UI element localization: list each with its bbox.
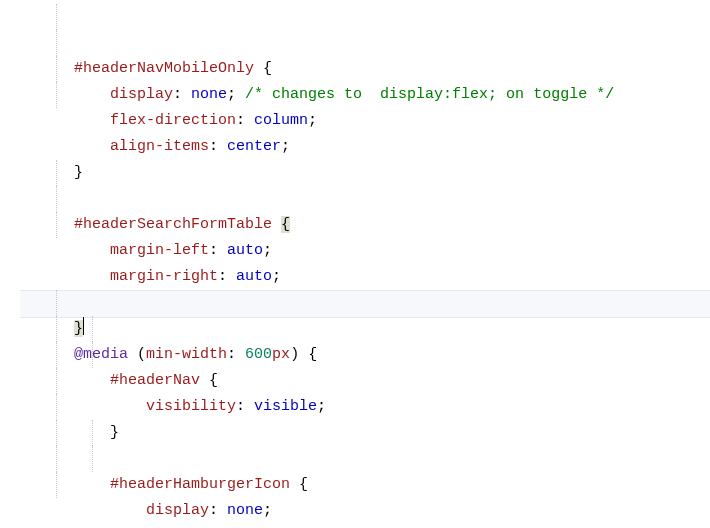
code-line: #headerNavMobileOnly { (20, 4, 710, 30)
code-line: #headerSearchFormTable { (20, 160, 710, 186)
code-editor[interactable]: #headerNavMobileOnly { display: none; /*… (0, 0, 710, 528)
brace-close: } (110, 424, 119, 441)
css-selector: #headerHamburgerIcon (110, 476, 290, 493)
css-selector: #headerNav (110, 372, 200, 389)
brace-close: } (74, 320, 83, 337)
code-line: #headerNav { (20, 316, 710, 342)
brace-open: { (281, 216, 290, 233)
css-property: margin-right (110, 268, 218, 285)
css-property: visibility (146, 398, 236, 415)
css-property: margin-left (110, 242, 209, 259)
at-rule: @media (74, 346, 128, 363)
css-value: column (254, 112, 308, 129)
brace-open: { (290, 476, 308, 493)
css-selector: #headerNavMobileOnly (74, 60, 254, 77)
brace-close: } (74, 164, 83, 181)
css-value: auto (227, 242, 263, 259)
css-property: display (110, 86, 173, 103)
code-line: display: none; /* changes to display:fle… (20, 30, 710, 56)
css-value: none (227, 502, 263, 519)
css-comment: /* changes to display:flex; on toggle */ (245, 86, 614, 103)
number: 600 (245, 346, 272, 363)
css-property: display (146, 502, 209, 519)
css-value: auto (236, 268, 272, 285)
code-line: display: none; (20, 446, 710, 472)
css-property: align-items (110, 138, 209, 155)
css-value: center (227, 138, 281, 155)
code-line: margin-left: auto; (20, 186, 710, 212)
media-feature: min-width (146, 346, 227, 363)
css-value: visible (254, 398, 317, 415)
brace-open: { (299, 346, 317, 363)
code-line: #headerHamburgerIcon { (20, 420, 710, 446)
code-line: @media (min-width: 600px) { (20, 290, 710, 316)
css-value: none (191, 86, 227, 103)
brace-open: { (254, 60, 272, 77)
unit: px (272, 346, 290, 363)
text-caret (83, 317, 84, 335)
css-selector: #headerSearchFormTable (74, 216, 272, 233)
brace-open: { (200, 372, 218, 389)
css-property: flex-direction (110, 112, 236, 129)
